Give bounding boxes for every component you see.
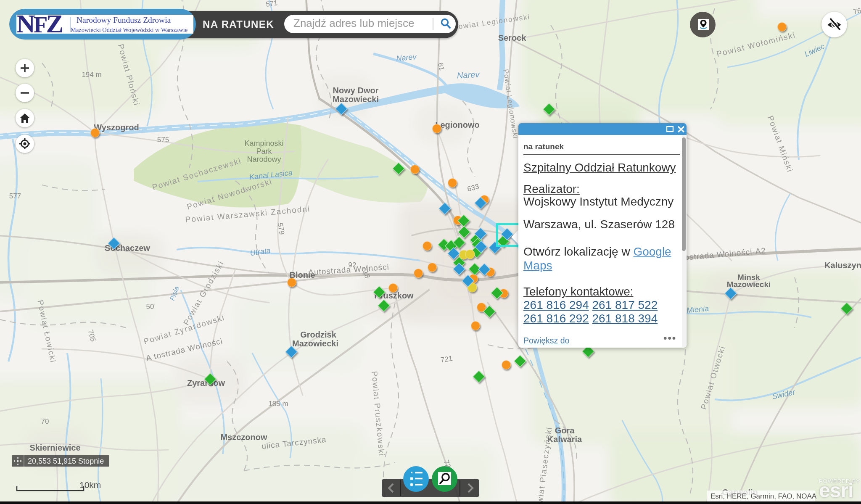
- svg-text:Skierniewice: Skierniewice: [29, 443, 80, 452]
- svg-text:Mszczonow: Mszczonow: [220, 433, 267, 442]
- svg-text:Narev: Narev: [396, 53, 417, 63]
- svg-text:Park: Park: [256, 147, 272, 156]
- svg-text:721: 721: [440, 354, 453, 364]
- svg-text:Mazowiecki: Mazowiecki: [292, 339, 338, 348]
- svg-text:575: 575: [157, 136, 169, 144]
- svg-text:Nowy Dwor: Nowy Dwor: [333, 86, 379, 95]
- svg-text:Kalwaria: Kalwaria: [547, 435, 582, 444]
- svg-text:92: 92: [349, 261, 357, 269]
- svg-text:577: 577: [9, 192, 21, 200]
- svg-text:194 m: 194 m: [82, 71, 101, 79]
- svg-text:Gora: Gora: [555, 426, 575, 435]
- svg-text:Wyszogrod: Wyszogrod: [94, 123, 139, 132]
- svg-text:Narodowy: Narodowy: [247, 155, 281, 164]
- svg-text:Kaluszyn: Kaluszyn: [824, 261, 861, 270]
- svg-text:70: 70: [41, 417, 49, 425]
- svg-text:50: 50: [146, 303, 154, 311]
- svg-text:185 m: 185 m: [268, 400, 288, 408]
- svg-text:Legionowo: Legionowo: [435, 120, 480, 129]
- svg-text:Serock: Serock: [498, 33, 527, 42]
- svg-text:Mazowiecki: Mazowiecki: [333, 95, 379, 104]
- svg-text:Narev: Narev: [457, 70, 480, 80]
- svg-text:76: 76: [853, 7, 861, 16]
- svg-text:Mazowiecki: Mazowiecki: [727, 280, 771, 289]
- svg-text:Kampinoski: Kampinoski: [244, 139, 283, 148]
- svg-text:Grodzisk: Grodzisk: [300, 330, 336, 339]
